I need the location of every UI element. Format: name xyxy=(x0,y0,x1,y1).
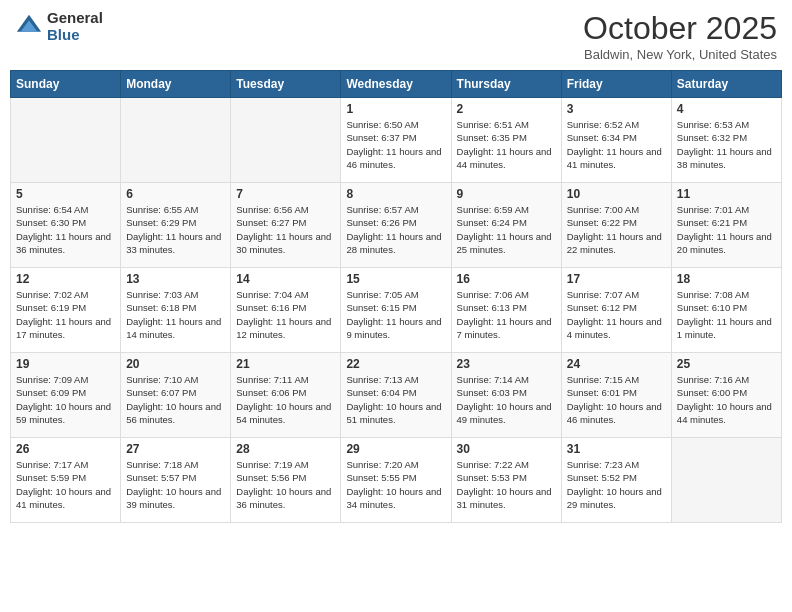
day-info: Sunrise: 7:06 AM Sunset: 6:13 PM Dayligh… xyxy=(457,288,556,341)
calendar-day-cell: 8Sunrise: 6:57 AM Sunset: 6:26 PM Daylig… xyxy=(341,183,451,268)
calendar-day-cell: 10Sunrise: 7:00 AM Sunset: 6:22 PM Dayli… xyxy=(561,183,671,268)
calendar-day-cell: 18Sunrise: 7:08 AM Sunset: 6:10 PM Dayli… xyxy=(671,268,781,353)
month-title: October 2025 xyxy=(583,10,777,47)
day-number: 9 xyxy=(457,187,556,201)
calendar-day-cell: 19Sunrise: 7:09 AM Sunset: 6:09 PM Dayli… xyxy=(11,353,121,438)
day-number: 27 xyxy=(126,442,225,456)
calendar-day-cell: 1Sunrise: 6:50 AM Sunset: 6:37 PM Daylig… xyxy=(341,98,451,183)
calendar-day-cell: 12Sunrise: 7:02 AM Sunset: 6:19 PM Dayli… xyxy=(11,268,121,353)
day-info: Sunrise: 7:17 AM Sunset: 5:59 PM Dayligh… xyxy=(16,458,115,511)
day-number: 5 xyxy=(16,187,115,201)
calendar-day-cell: 3Sunrise: 6:52 AM Sunset: 6:34 PM Daylig… xyxy=(561,98,671,183)
day-number: 19 xyxy=(16,357,115,371)
calendar-day-cell: 6Sunrise: 6:55 AM Sunset: 6:29 PM Daylig… xyxy=(121,183,231,268)
day-number: 11 xyxy=(677,187,776,201)
day-info: Sunrise: 7:22 AM Sunset: 5:53 PM Dayligh… xyxy=(457,458,556,511)
day-number: 21 xyxy=(236,357,335,371)
calendar-week-row: 1Sunrise: 6:50 AM Sunset: 6:37 PM Daylig… xyxy=(11,98,782,183)
calendar-day-cell: 7Sunrise: 6:56 AM Sunset: 6:27 PM Daylig… xyxy=(231,183,341,268)
calendar-day-cell: 22Sunrise: 7:13 AM Sunset: 6:04 PM Dayli… xyxy=(341,353,451,438)
calendar-day-cell xyxy=(11,98,121,183)
calendar-day-cell: 20Sunrise: 7:10 AM Sunset: 6:07 PM Dayli… xyxy=(121,353,231,438)
day-info: Sunrise: 6:56 AM Sunset: 6:27 PM Dayligh… xyxy=(236,203,335,256)
day-info: Sunrise: 6:55 AM Sunset: 6:29 PM Dayligh… xyxy=(126,203,225,256)
day-number: 3 xyxy=(567,102,666,116)
calendar-day-cell: 9Sunrise: 6:59 AM Sunset: 6:24 PM Daylig… xyxy=(451,183,561,268)
calendar-week-row: 5Sunrise: 6:54 AM Sunset: 6:30 PM Daylig… xyxy=(11,183,782,268)
calendar-day-header: Saturday xyxy=(671,71,781,98)
day-number: 24 xyxy=(567,357,666,371)
title-block: October 2025 Baldwin, New York, United S… xyxy=(583,10,777,62)
calendar-day-cell: 31Sunrise: 7:23 AM Sunset: 5:52 PM Dayli… xyxy=(561,438,671,523)
day-info: Sunrise: 7:19 AM Sunset: 5:56 PM Dayligh… xyxy=(236,458,335,511)
calendar-header-row: SundayMondayTuesdayWednesdayThursdayFrid… xyxy=(11,71,782,98)
logo-icon xyxy=(15,13,43,41)
logo: General Blue xyxy=(15,10,103,43)
calendar-day-cell: 21Sunrise: 7:11 AM Sunset: 6:06 PM Dayli… xyxy=(231,353,341,438)
calendar-day-cell: 5Sunrise: 6:54 AM Sunset: 6:30 PM Daylig… xyxy=(11,183,121,268)
day-info: Sunrise: 7:18 AM Sunset: 5:57 PM Dayligh… xyxy=(126,458,225,511)
logo-text: General Blue xyxy=(47,10,103,43)
day-number: 20 xyxy=(126,357,225,371)
day-info: Sunrise: 7:09 AM Sunset: 6:09 PM Dayligh… xyxy=(16,373,115,426)
day-number: 31 xyxy=(567,442,666,456)
calendar-day-cell: 26Sunrise: 7:17 AM Sunset: 5:59 PM Dayli… xyxy=(11,438,121,523)
day-number: 1 xyxy=(346,102,445,116)
day-number: 8 xyxy=(346,187,445,201)
day-number: 4 xyxy=(677,102,776,116)
calendar-week-row: 12Sunrise: 7:02 AM Sunset: 6:19 PM Dayli… xyxy=(11,268,782,353)
day-info: Sunrise: 7:23 AM Sunset: 5:52 PM Dayligh… xyxy=(567,458,666,511)
calendar-day-cell xyxy=(231,98,341,183)
day-number: 23 xyxy=(457,357,556,371)
calendar-day-header: Wednesday xyxy=(341,71,451,98)
calendar-day-cell: 2Sunrise: 6:51 AM Sunset: 6:35 PM Daylig… xyxy=(451,98,561,183)
day-info: Sunrise: 7:14 AM Sunset: 6:03 PM Dayligh… xyxy=(457,373,556,426)
day-number: 10 xyxy=(567,187,666,201)
day-info: Sunrise: 7:02 AM Sunset: 6:19 PM Dayligh… xyxy=(16,288,115,341)
calendar-day-cell xyxy=(671,438,781,523)
calendar-day-header: Sunday xyxy=(11,71,121,98)
day-info: Sunrise: 7:03 AM Sunset: 6:18 PM Dayligh… xyxy=(126,288,225,341)
day-info: Sunrise: 6:59 AM Sunset: 6:24 PM Dayligh… xyxy=(457,203,556,256)
day-number: 26 xyxy=(16,442,115,456)
day-info: Sunrise: 7:11 AM Sunset: 6:06 PM Dayligh… xyxy=(236,373,335,426)
day-info: Sunrise: 6:57 AM Sunset: 6:26 PM Dayligh… xyxy=(346,203,445,256)
day-info: Sunrise: 7:13 AM Sunset: 6:04 PM Dayligh… xyxy=(346,373,445,426)
day-info: Sunrise: 7:05 AM Sunset: 6:15 PM Dayligh… xyxy=(346,288,445,341)
day-info: Sunrise: 6:51 AM Sunset: 6:35 PM Dayligh… xyxy=(457,118,556,171)
day-info: Sunrise: 7:07 AM Sunset: 6:12 PM Dayligh… xyxy=(567,288,666,341)
day-info: Sunrise: 7:16 AM Sunset: 6:00 PM Dayligh… xyxy=(677,373,776,426)
calendar-day-cell: 30Sunrise: 7:22 AM Sunset: 5:53 PM Dayli… xyxy=(451,438,561,523)
page-header: General Blue October 2025 Baldwin, New Y… xyxy=(10,10,782,62)
calendar-day-cell: 27Sunrise: 7:18 AM Sunset: 5:57 PM Dayli… xyxy=(121,438,231,523)
day-info: Sunrise: 6:53 AM Sunset: 6:32 PM Dayligh… xyxy=(677,118,776,171)
day-info: Sunrise: 6:52 AM Sunset: 6:34 PM Dayligh… xyxy=(567,118,666,171)
day-number: 13 xyxy=(126,272,225,286)
calendar-day-header: Friday xyxy=(561,71,671,98)
calendar-day-cell: 17Sunrise: 7:07 AM Sunset: 6:12 PM Dayli… xyxy=(561,268,671,353)
day-number: 12 xyxy=(16,272,115,286)
calendar-table: SundayMondayTuesdayWednesdayThursdayFrid… xyxy=(10,70,782,523)
day-number: 17 xyxy=(567,272,666,286)
calendar-day-cell: 14Sunrise: 7:04 AM Sunset: 6:16 PM Dayli… xyxy=(231,268,341,353)
day-number: 15 xyxy=(346,272,445,286)
day-info: Sunrise: 7:08 AM Sunset: 6:10 PM Dayligh… xyxy=(677,288,776,341)
day-number: 7 xyxy=(236,187,335,201)
day-number: 25 xyxy=(677,357,776,371)
location-text: Baldwin, New York, United States xyxy=(583,47,777,62)
calendar-day-cell: 13Sunrise: 7:03 AM Sunset: 6:18 PM Dayli… xyxy=(121,268,231,353)
calendar-day-cell: 25Sunrise: 7:16 AM Sunset: 6:00 PM Dayli… xyxy=(671,353,781,438)
calendar-day-header: Thursday xyxy=(451,71,561,98)
calendar-day-cell: 23Sunrise: 7:14 AM Sunset: 6:03 PM Dayli… xyxy=(451,353,561,438)
day-info: Sunrise: 6:54 AM Sunset: 6:30 PM Dayligh… xyxy=(16,203,115,256)
calendar-day-cell xyxy=(121,98,231,183)
calendar-day-cell: 15Sunrise: 7:05 AM Sunset: 6:15 PM Dayli… xyxy=(341,268,451,353)
day-number: 18 xyxy=(677,272,776,286)
day-info: Sunrise: 7:04 AM Sunset: 6:16 PM Dayligh… xyxy=(236,288,335,341)
calendar-week-row: 26Sunrise: 7:17 AM Sunset: 5:59 PM Dayli… xyxy=(11,438,782,523)
day-info: Sunrise: 6:50 AM Sunset: 6:37 PM Dayligh… xyxy=(346,118,445,171)
day-info: Sunrise: 7:15 AM Sunset: 6:01 PM Dayligh… xyxy=(567,373,666,426)
logo-blue-text: Blue xyxy=(47,27,103,44)
calendar-day-cell: 11Sunrise: 7:01 AM Sunset: 6:21 PM Dayli… xyxy=(671,183,781,268)
day-number: 29 xyxy=(346,442,445,456)
